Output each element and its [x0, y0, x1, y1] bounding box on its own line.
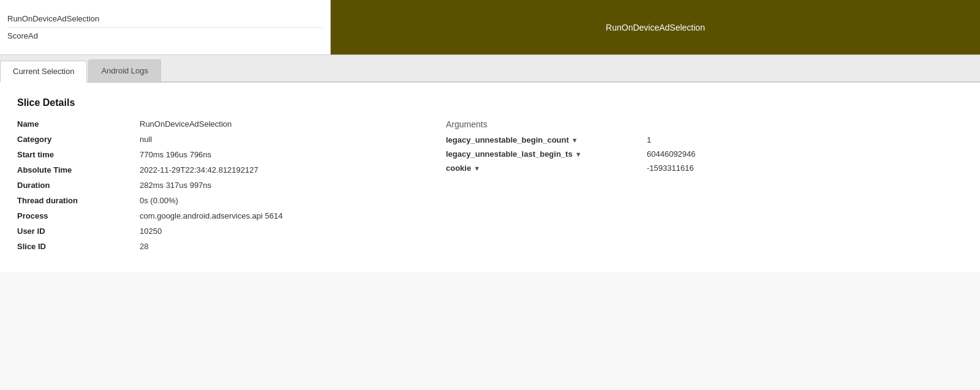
field-row-slice-id: Slice ID 28 [17, 242, 409, 251]
label-user-id: User ID [17, 227, 140, 236]
top-bar: RunOnDeviceAdSelection ScoreAd RunOnDevi… [0, 0, 980, 55]
label-start-time: Start time [17, 150, 140, 159]
value-name: RunOnDeviceAdSelection [140, 119, 232, 129]
label-slice-id: Slice ID [17, 242, 140, 251]
arg-name-text-1: legacy_unnestable_last_begin_ts [446, 149, 573, 159]
arg-value-1: 60446092946 [647, 149, 696, 159]
value-thread-duration: 0s (0.00%) [140, 196, 178, 205]
right-details: Arguments legacy_unnestable_begin_count … [409, 119, 963, 257]
value-start-time: 770ms 196us 796ns [140, 150, 211, 159]
dropdown-icon-1[interactable]: ▼ [575, 151, 582, 158]
field-row-duration: Duration 282ms 317us 997ns [17, 181, 409, 190]
content-inner: Name RunOnDeviceAdSelection Category nul… [17, 119, 963, 257]
label-name: Name [17, 119, 140, 129]
field-row-user-id: User ID 10250 [17, 227, 409, 236]
arg-name-0[interactable]: legacy_unnestable_begin_count ▼ [446, 135, 642, 144]
arguments-title: Arguments [446, 119, 963, 129]
top-bar-row-1: RunOnDeviceAdSelection [7, 10, 323, 28]
arg-name-text-0: legacy_unnestable_begin_count [446, 135, 569, 144]
field-row-absolute-time: Absolute Time 2022-11-29T22:34:42.812192… [17, 165, 409, 174]
content-area: Slice Details Name RunOnDeviceAdSelectio… [0, 83, 980, 272]
arg-name-2[interactable]: cookie ▼ [446, 163, 642, 173]
label-category: Category [17, 135, 140, 144]
arg-value-0: 1 [647, 135, 651, 144]
top-bar-right: RunOnDeviceAdSelection [331, 0, 980, 54]
trace-header: RunOnDeviceAdSelection [331, 0, 980, 54]
arg-row-1: legacy_unnestable_last_begin_ts ▼ 604460… [446, 149, 963, 159]
label-process: Process [17, 211, 140, 220]
arg-row-2: cookie ▼ -1593311616 [446, 163, 963, 173]
arg-name-text-2: cookie [446, 163, 471, 173]
value-slice-id: 28 [140, 242, 148, 251]
field-row-process: Process com.google.android.adservices.ap… [17, 211, 409, 220]
label-thread-duration: Thread duration [17, 196, 140, 205]
value-duration: 282ms 317us 997ns [140, 181, 211, 190]
dropdown-icon-0[interactable]: ▼ [571, 137, 578, 144]
label-absolute-time: Absolute Time [17, 165, 140, 174]
field-row-thread-duration: Thread duration 0s (0.00%) [17, 196, 409, 205]
field-row-start-time: Start time 770ms 196us 796ns [17, 150, 409, 159]
value-user-id: 10250 [140, 227, 162, 236]
tab-android-logs[interactable]: Android Logs [88, 59, 161, 81]
field-row-category: Category null [17, 135, 409, 144]
label-duration: Duration [17, 181, 140, 190]
dropdown-icon-2[interactable]: ▼ [473, 165, 480, 172]
value-category: null [140, 135, 152, 144]
arg-name-1[interactable]: legacy_unnestable_last_begin_ts ▼ [446, 149, 642, 159]
field-row-name: Name RunOnDeviceAdSelection [17, 119, 409, 129]
top-bar-row-2: ScoreAd [7, 28, 323, 44]
tab-current-selection[interactable]: Current Selection [0, 61, 87, 83]
value-absolute-time: 2022-11-29T22:34:42.812192127 [140, 165, 258, 174]
arg-row-0: legacy_unnestable_begin_count ▼ 1 [446, 135, 963, 144]
tabs-bar: Current Selection Android Logs [0, 55, 980, 83]
left-details: Name RunOnDeviceAdSelection Category nul… [17, 119, 409, 257]
value-process: com.google.android.adservices.api 5614 [140, 211, 282, 220]
section-title: Slice Details [17, 97, 963, 108]
top-bar-left: RunOnDeviceAdSelection ScoreAd [0, 0, 331, 54]
arg-value-2: -1593311616 [647, 163, 694, 173]
